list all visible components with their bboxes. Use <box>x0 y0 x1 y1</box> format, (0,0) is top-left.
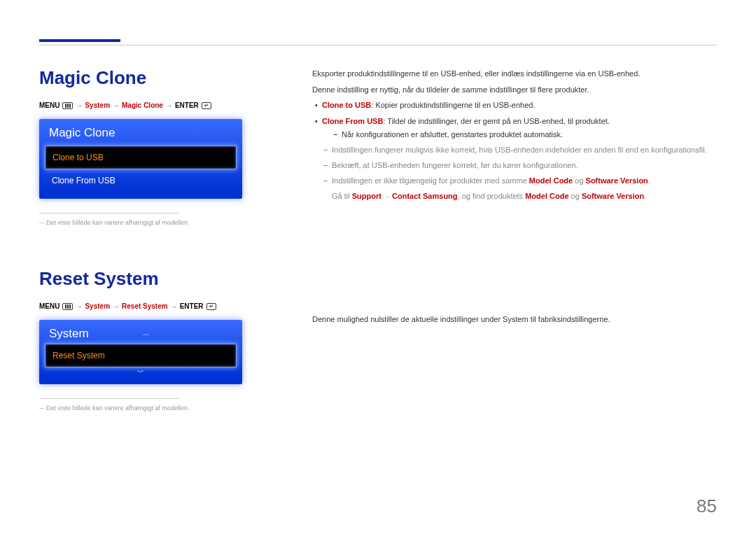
sub-note: Når konfigurationen er afsluttet, gensta… <box>322 128 717 141</box>
sub-note: Bekræft, at USB-enheden fungerer korrekt… <box>312 159 717 172</box>
breadcrumb-enter-label: ENTER <box>175 101 199 109</box>
term-clone-from-usb: Clone From USB <box>322 117 383 125</box>
sub-note: Gå til Support → Contact Samsung, og fin… <box>312 190 717 203</box>
osd-item-reset-system[interactable]: Reset System <box>45 344 237 367</box>
arrow-icon: → <box>113 303 119 310</box>
term-software-version: Software Version <box>586 176 648 185</box>
header-accent-bar <box>39 39 120 42</box>
arrow-icon: → <box>113 102 119 109</box>
chevron-up-icon[interactable]: ︿ <box>89 330 204 337</box>
body-text: . <box>644 192 646 200</box>
list-item: Clone From USB: Tildel de indstillinger,… <box>312 115 717 141</box>
section-magic-clone-left: Magic Clone MENU → System → Magic Clone … <box>39 67 291 226</box>
breadcrumb-item: Magic Clone <box>122 101 163 109</box>
breadcrumb-item: Reset System <box>122 302 168 310</box>
menu-icon <box>62 303 73 310</box>
section-magic-clone-body: Eksporter produktindstillingerne til en … <box>312 67 717 202</box>
section-reset-system-body: Denne mulighed nulstiller de aktuelle in… <box>312 313 717 326</box>
breadcrumb-magic-clone: MENU → System → Magic Clone → ENTER <box>39 101 291 109</box>
term-support: Support <box>352 192 382 200</box>
body-text: og <box>569 192 582 200</box>
term-model-code: Model Code <box>525 192 568 200</box>
body-text: og <box>573 176 585 185</box>
arrow-icon: → <box>76 303 82 310</box>
osd-reset-system: System ︿ Reset System ﹀ <box>39 320 242 384</box>
arrow-icon: → <box>76 102 82 109</box>
arrow-icon: → <box>171 303 177 310</box>
enter-icon <box>202 102 211 109</box>
page-number: 85 <box>696 496 717 517</box>
left-column: Magic Clone MENU → System → Magic Clone … <box>39 67 291 447</box>
osd-title: System ︿ <box>45 325 237 344</box>
enter-icon <box>206 303 216 310</box>
section-reset-system-left: Reset System MENU → System → Reset Syste… <box>39 268 291 412</box>
body-text: Gå til <box>332 192 352 200</box>
page-content: Magic Clone MENU → System → Magic Clone … <box>39 67 717 447</box>
body-text: Eksporter produktindstillingerne til en … <box>312 67 717 80</box>
body-text: , og find produktets <box>458 192 526 200</box>
osd-title: Magic Clone <box>45 125 237 146</box>
osd-magic-clone: Magic Clone Clone to USB Clone From USB <box>39 119 242 199</box>
menu-icon <box>62 102 73 109</box>
breadcrumb-menu-label: MENU <box>39 101 59 109</box>
body-text: Denne mulighed nulstiller de aktuelle in… <box>312 313 717 326</box>
sub-note: Indstillingen er ikke tilgængelig for pr… <box>312 174 717 188</box>
right-column: Eksporter produktindstillingerne til en … <box>291 67 717 447</box>
section-title-reset-system: Reset System <box>39 268 291 290</box>
breadcrumb-system: System <box>85 302 110 310</box>
list-item: Clone to USB: Kopier produktindstillinge… <box>312 99 717 112</box>
osd-item-clone-from-usb[interactable]: Clone From USB <box>45 169 237 192</box>
disclaimer-text: Det viste billede kan variere afhængigt … <box>39 405 291 412</box>
term-model-code: Model Code <box>529 176 573 185</box>
body-text: : Kopier produktindstillingerne til en U… <box>371 101 535 109</box>
term-contact-samsung: Contact Samsung <box>392 192 458 200</box>
body-text: : Tildel de indstillinger, der er gemt p… <box>383 117 609 125</box>
disclaimer-text: Det viste billede kan variere afhængigt … <box>39 219 291 226</box>
term-clone-to-usb: Clone to USB <box>322 101 371 109</box>
body-text: Denne indstilling er nyttig, når du tild… <box>312 83 717 97</box>
arrow-icon: → <box>384 193 390 200</box>
sub-note: Indstillingen fungerer muligvis ikke kor… <box>312 143 717 157</box>
divider <box>39 213 179 213</box>
breadcrumb-reset-system: MENU → System → Reset System → ENTER <box>39 302 291 310</box>
breadcrumb-enter-label: ENTER <box>180 302 204 310</box>
body-text: . <box>648 176 650 185</box>
breadcrumb-system: System <box>85 101 110 109</box>
header-rule <box>39 45 717 45</box>
section-title-magic-clone: Magic Clone <box>39 67 291 89</box>
osd-title-text: System <box>49 327 89 341</box>
breadcrumb-menu-label: MENU <box>39 302 59 310</box>
arrow-icon: → <box>166 102 172 109</box>
osd-item-clone-to-usb[interactable]: Clone to USB <box>45 146 237 169</box>
divider <box>39 398 179 399</box>
body-text: Indstillingen er ikke tilgængelig for pr… <box>332 176 529 185</box>
term-software-version: Software Version <box>582 192 644 200</box>
chevron-down-icon[interactable]: ﹀ <box>45 367 237 377</box>
